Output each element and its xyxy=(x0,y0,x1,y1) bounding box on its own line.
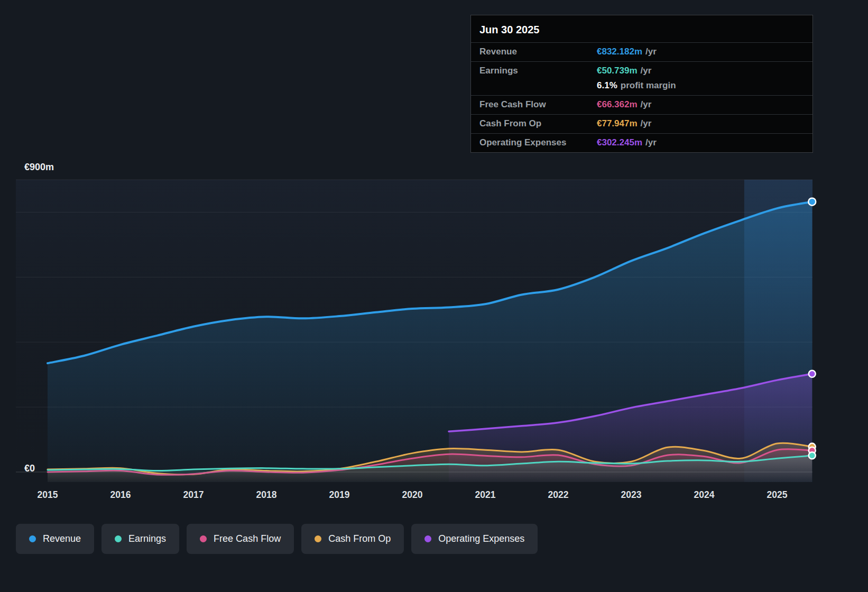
tooltip-row: Operating Expenses€302.245m/yr xyxy=(471,133,812,152)
x-tick-label-2018: 2018 xyxy=(256,489,277,501)
chart-tooltip: Jun 30 2025 Revenue€832.182m/yrEarnings€… xyxy=(470,15,813,153)
tooltip-rows: Revenue€832.182m/yrEarnings€50.739m/yr6.… xyxy=(471,42,812,152)
legend-item-revenue[interactable]: Revenue xyxy=(16,524,94,554)
tooltip-row-label: Operating Expenses xyxy=(479,137,597,148)
tooltip-row-suffix: profit margin xyxy=(621,80,676,91)
x-tick-label-2015: 2015 xyxy=(38,489,58,501)
tooltip-row-suffix: /yr xyxy=(645,137,657,148)
x-tick-label-2023: 2023 xyxy=(621,489,642,501)
x-tick-label-2022: 2022 xyxy=(548,489,569,501)
legend-item-label: Earnings xyxy=(128,533,166,544)
y-axis-label-max: €900m xyxy=(24,162,54,173)
tooltip-row-suffix: /yr xyxy=(641,118,652,129)
tooltip-row-suffix: /yr xyxy=(641,66,652,76)
x-tick-label-2025: 2025 xyxy=(767,489,788,501)
chart-legend: RevenueEarningsFree Cash FlowCash From O… xyxy=(16,524,538,554)
x-tick-label-2021: 2021 xyxy=(475,489,496,501)
fcf-legend-dot-icon xyxy=(200,535,207,542)
revenue-legend-dot-icon xyxy=(29,535,36,542)
chart-page: €900m €0 2015201620172018201920202021202… xyxy=(0,0,868,592)
tooltip-row-label: Revenue xyxy=(479,47,597,57)
tooltip-row-value: €832.182m xyxy=(597,47,642,57)
legend-item-cashop[interactable]: Cash From Op xyxy=(301,524,404,554)
tooltip-row: Free Cash Flow€66.362m/yr xyxy=(471,95,812,114)
tooltip-row: Revenue€832.182m/yr xyxy=(471,42,812,61)
tooltip-row-value: 6.1% xyxy=(597,80,617,91)
legend-item-label: Operating Expenses xyxy=(438,533,524,544)
tooltip-row: 6.1%profit margin xyxy=(471,80,812,95)
x-tick-label-2019: 2019 xyxy=(329,489,350,501)
tooltip-row-label: Free Cash Flow xyxy=(479,99,597,110)
legend-item-label: Revenue xyxy=(43,533,81,544)
earnings-end-marker[interactable] xyxy=(809,452,816,459)
y-axis-label-zero: €0 xyxy=(24,463,35,474)
earnings-legend-dot-icon xyxy=(115,535,122,542)
legend-item-label: Cash From Op xyxy=(328,533,391,544)
x-tick-label-2016: 2016 xyxy=(110,489,131,501)
x-axis-labels: 2015201620172018201920202021202220232024… xyxy=(0,489,868,505)
tooltip-row-value: €66.362m xyxy=(597,99,638,110)
tooltip-row-suffix: /yr xyxy=(645,47,657,57)
tooltip-row-value: €302.245m xyxy=(597,137,642,148)
tooltip-date: Jun 30 2025 xyxy=(471,15,812,42)
opex-legend-dot-icon xyxy=(424,535,431,542)
legend-item-opex[interactable]: Operating Expenses xyxy=(411,524,538,554)
tooltip-row: Earnings€50.739m/yr xyxy=(471,61,812,80)
cashop-legend-dot-icon xyxy=(315,535,321,542)
tooltip-row-suffix: /yr xyxy=(641,99,652,110)
legend-item-earnings[interactable]: Earnings xyxy=(101,524,179,554)
x-tick-label-2024: 2024 xyxy=(694,489,715,501)
legend-item-label: Free Cash Flow xyxy=(214,533,281,544)
tooltip-row-value: €50.739m xyxy=(597,66,638,76)
x-tick-label-2020: 2020 xyxy=(402,489,423,501)
x-tick-label-2017: 2017 xyxy=(183,489,204,501)
tooltip-row-label: Cash From Op xyxy=(479,118,597,129)
opex-end-marker[interactable] xyxy=(809,371,816,377)
tooltip-row-value: €77.947m xyxy=(597,118,638,129)
tooltip-row: Cash From Op€77.947m/yr xyxy=(471,114,812,133)
legend-item-fcf[interactable]: Free Cash Flow xyxy=(187,524,294,554)
tooltip-row-label: Earnings xyxy=(479,66,597,76)
revenue-end-marker[interactable] xyxy=(808,198,816,206)
